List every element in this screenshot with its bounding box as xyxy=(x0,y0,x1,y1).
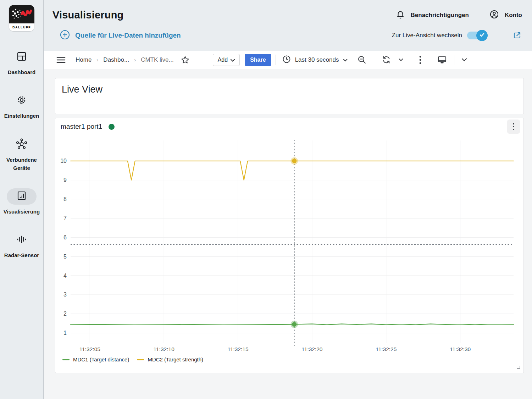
account-label: Konto xyxy=(505,12,522,19)
external-link-icon[interactable] xyxy=(512,31,522,40)
svg-text:11:32:20: 11:32:20 xyxy=(301,346,323,352)
live-view-title: Live View xyxy=(62,84,517,95)
collapse-toolbar-chevron-icon[interactable] xyxy=(461,58,467,62)
legend-item-mdc1[interactable]: MDC1 (Target distance) xyxy=(62,356,129,362)
check-icon xyxy=(479,32,485,39)
legend-item-mdc2[interactable]: MDC2 (Target strength) xyxy=(137,356,203,362)
chevron-down-icon xyxy=(343,57,348,63)
svg-text:6: 6 xyxy=(63,234,67,240)
zoom-out-icon[interactable] xyxy=(358,55,366,64)
svg-text:11:32:25: 11:32:25 xyxy=(376,346,397,352)
breadcrumb-dashboards[interactable]: Dashbo... xyxy=(103,56,129,63)
timeseries-chart[interactable]: 1234567891011:32:0511:32:1011:32:1511:32… xyxy=(55,135,523,355)
breadcrumb-home[interactable]: Home xyxy=(76,56,92,63)
bell-icon xyxy=(396,10,405,21)
svg-text:11:32:05: 11:32:05 xyxy=(79,346,100,352)
legend-label: MDC1 (Target distance) xyxy=(73,356,129,362)
panel-title[interactable]: master1 port1 xyxy=(61,123,102,131)
sidebar-item-radar-sensor[interactable]: Radar-Sensor xyxy=(1,232,43,259)
sidebar-item-visualisierung[interactable]: Visualisierung xyxy=(1,188,43,216)
sidebar-item-einstellungen[interactable]: Einstellungen xyxy=(1,93,43,120)
svg-text:11:32:30: 11:32:30 xyxy=(450,346,471,352)
sidebar-item-label: Radar-Sensor xyxy=(4,251,39,259)
dashboard-icon xyxy=(16,51,27,63)
svg-text:9: 9 xyxy=(63,177,67,183)
time-range-picker[interactable]: Last 30 seconds xyxy=(280,55,350,65)
sidebar-item-label: Einstellungen xyxy=(4,112,39,120)
sidebar-item-verbundene-geraete[interactable]: Verbundene Geräte xyxy=(1,137,43,172)
svg-text:1: 1 xyxy=(63,330,67,336)
clock-icon xyxy=(282,55,291,65)
svg-text:7: 7 xyxy=(63,215,67,221)
notifications-label: Benachrichtigungen xyxy=(411,12,469,19)
legend-swatch-green xyxy=(62,359,70,360)
refresh-interval-chevron-icon[interactable] xyxy=(399,58,403,61)
app-window: BALLUFF Dashboard Einstellungen xyxy=(0,0,532,399)
breadcrumb-current[interactable]: CMTK live... xyxy=(141,56,174,63)
live-view-toggle[interactable] xyxy=(467,32,486,39)
add-live-data-source-link[interactable]: Quelle für Live-Daten hinzufügen xyxy=(60,29,181,41)
gear-icon xyxy=(16,94,27,107)
sidebar-item-label: Verbundene Geräte xyxy=(1,156,43,172)
share-button[interactable]: Share xyxy=(245,54,271,66)
timeseries-panel[interactable]: master1 port1 1234567891011:32:0511:32:1… xyxy=(55,118,524,373)
svg-text:11:32:10: 11:32:10 xyxy=(154,346,175,352)
more-options-kebab-icon[interactable] xyxy=(419,55,422,65)
legend-swatch-yellow xyxy=(137,359,144,360)
add-live-data-source-label: Quelle für Live-Daten hinzufügen xyxy=(75,32,181,39)
refresh-icon[interactable] xyxy=(382,55,391,64)
live-toggle-label: Zur Live-Ansicht wechseln xyxy=(392,32,462,39)
account-button[interactable]: Konto xyxy=(489,10,522,21)
time-range-label: Last 30 seconds xyxy=(295,56,339,63)
live-view-row-panel: Live View xyxy=(55,78,524,114)
panel-resize-handle[interactable] xyxy=(516,364,521,371)
balluff-logo: BALLUFF xyxy=(9,5,34,33)
connected-devices-icon xyxy=(16,138,28,151)
chevron-right-icon: › xyxy=(96,57,98,63)
chevron-right-icon: › xyxy=(134,57,136,63)
svg-text:11:32:15: 11:32:15 xyxy=(227,346,248,352)
dashboard-canvas: Live View master1 port1 1234567891011:32… xyxy=(44,69,532,399)
legend-label: MDC2 (Target strength) xyxy=(148,356,203,362)
status-dot xyxy=(109,124,115,130)
radar-wave-icon xyxy=(16,233,28,247)
sidebar: BALLUFF Dashboard Einstellungen xyxy=(0,0,44,399)
chart-panel-icon xyxy=(16,190,27,203)
svg-text:8: 8 xyxy=(63,196,67,202)
svg-text:BALLUFF: BALLUFF xyxy=(12,26,31,29)
dashboard-toolbar: Home › Dashbo... › CMTK live... Add Shar… xyxy=(44,51,532,69)
svg-text:5: 5 xyxy=(63,254,67,260)
add-button-label: Add xyxy=(218,57,228,63)
svg-text:4: 4 xyxy=(63,273,67,279)
favorite-star-icon[interactable] xyxy=(181,56,189,64)
sidebar-item-label: Dashboard xyxy=(8,68,35,76)
sidebar-item-label: Visualisierung xyxy=(4,207,40,216)
notifications-button[interactable]: Benachrichtigungen xyxy=(396,10,469,21)
svg-text:2: 2 xyxy=(63,311,67,317)
svg-text:3: 3 xyxy=(63,292,67,298)
panel-menu-kebab-icon[interactable] xyxy=(507,120,520,134)
page-title: Visualisierung xyxy=(52,9,124,21)
svg-text:10: 10 xyxy=(60,158,67,164)
user-icon xyxy=(489,10,499,21)
sidebar-item-dashboard[interactable]: Dashboard xyxy=(1,49,43,76)
menu-toggle-icon[interactable] xyxy=(56,56,66,64)
tv-mode-icon[interactable] xyxy=(437,55,447,64)
chart-legend: MDC1 (Target distance) MDC2 (Target stre… xyxy=(62,356,523,362)
add-button[interactable]: Add xyxy=(213,54,240,66)
plus-circle-icon xyxy=(60,29,70,41)
chevron-down-icon xyxy=(231,57,235,63)
header: Visualisierung Benachrichtigungen xyxy=(44,0,532,51)
breadcrumb: Home › Dashbo... › CMTK live... xyxy=(76,56,174,63)
